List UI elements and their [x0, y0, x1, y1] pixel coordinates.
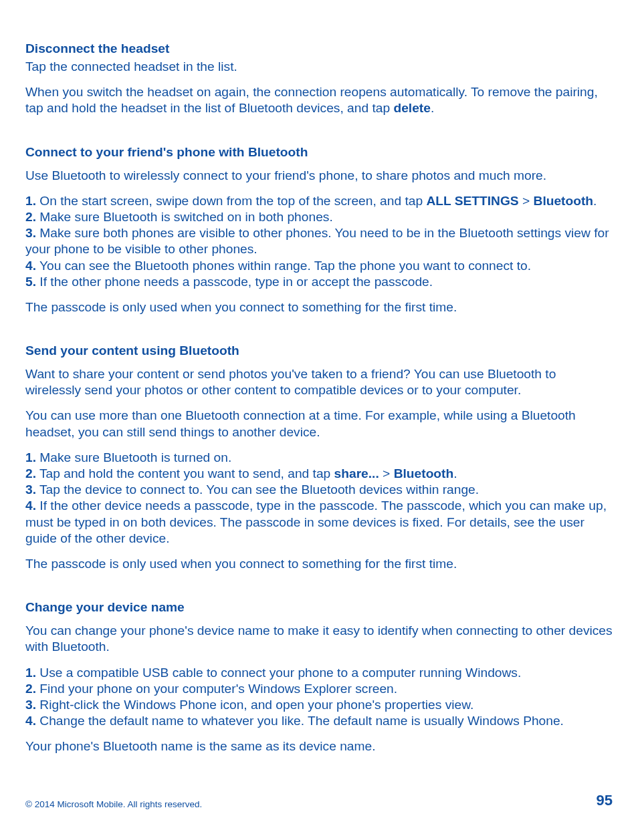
step-number: 2.: [25, 682, 36, 696]
paragraph: The passcode is only used when you conne…: [25, 556, 613, 572]
bold-text-delete: delete: [393, 101, 430, 115]
heading-send-content-bluetooth: Send your content using Bluetooth: [25, 343, 613, 358]
paragraph: You can change your phone's device name …: [25, 623, 613, 655]
step-number: 2.: [25, 210, 36, 224]
text: Find your phone on your computer's Windo…: [36, 682, 397, 696]
paragraph: When you switch the headset on again, th…: [25, 84, 613, 116]
list-item: 1. Make sure Bluetooth is turned on.: [25, 450, 613, 466]
bold-text-bluetooth: Bluetooth: [394, 466, 454, 480]
list-item: 4. Change the default name to whatever y…: [25, 713, 613, 729]
text: >: [519, 194, 534, 208]
copyright-text: © 2014 Microsoft Mobile. All rights rese…: [25, 799, 202, 809]
step-number: 4.: [25, 499, 36, 513]
heading-disconnect-headset: Disconnect the headset: [25, 41, 613, 56]
step-number: 5.: [25, 275, 36, 289]
ordered-list: 1. Use a compatible USB cable to connect…: [25, 665, 613, 730]
heading-change-device-name: Change your device name: [25, 600, 613, 615]
text: You can see the Bluetooth phones within …: [36, 259, 531, 273]
page-footer: © 2014 Microsoft Mobile. All rights rese…: [25, 792, 613, 809]
list-item: 3. Right-click the Windows Phone icon, a…: [25, 697, 613, 713]
step-number: 4.: [25, 714, 36, 728]
step-number: 1.: [25, 194, 36, 208]
text: Make sure both phones are visible to oth…: [25, 226, 609, 256]
ordered-list: 1. Make sure Bluetooth is turned on. 2. …: [25, 450, 613, 547]
text: >: [379, 466, 394, 480]
step-number: 2.: [25, 466, 36, 480]
bold-text-all-settings: ALL SETTINGS: [426, 194, 518, 208]
heading-connect-friends-phone: Connect to your friend's phone with Blue…: [25, 145, 613, 160]
step-number: 1.: [25, 450, 36, 464]
text: When you switch the headset on again, th…: [25, 85, 598, 115]
page-number: 95: [597, 792, 613, 809]
paragraph: Use Bluetooth to wirelessly connect to y…: [25, 168, 613, 184]
list-item: 4. You can see the Bluetooth phones with…: [25, 258, 613, 274]
text: Right-click the Windows Phone icon, and …: [36, 698, 473, 712]
text: .: [593, 194, 597, 208]
bold-text-bluetooth: Bluetooth: [534, 194, 594, 208]
paragraph: Want to share your content or send photo…: [25, 366, 613, 398]
list-item: 1. Use a compatible USB cable to connect…: [25, 665, 613, 681]
text: If the other phone needs a passcode, typ…: [36, 275, 433, 289]
list-item: 3. Tap the device to connect to. You can…: [25, 482, 613, 498]
bold-text-share: share...: [334, 466, 379, 480]
paragraph: You can use more than one Bluetooth conn…: [25, 408, 613, 440]
text: Change the default name to whatever you …: [36, 714, 564, 728]
text: .: [431, 101, 434, 115]
text: Make sure Bluetooth is switched on in bo…: [36, 210, 333, 224]
list-item: 5. If the other phone needs a passcode, …: [25, 274, 613, 290]
text: On the start screen, swipe down from the…: [36, 194, 426, 208]
step-number: 1.: [25, 666, 36, 680]
step-number: 3.: [25, 698, 36, 712]
document-page: Disconnect the headset Tap the connected…: [0, 0, 638, 840]
text: Use a compatible USB cable to connect yo…: [36, 666, 521, 680]
text: Tap the device to connect to. You can se…: [36, 482, 479, 497]
paragraph: Tap the connected headset in the list.: [25, 59, 613, 75]
paragraph: Your phone's Bluetooth name is the same …: [25, 738, 613, 754]
ordered-list: 1. On the start screen, swipe down from …: [25, 193, 613, 290]
list-item: 2. Find your phone on your computer's Wi…: [25, 681, 613, 697]
list-item: 2. Tap and hold the content you want to …: [25, 466, 613, 482]
list-item: 1. On the start screen, swipe down from …: [25, 193, 613, 209]
step-number: 3.: [25, 226, 36, 240]
list-item: 4. If the other device needs a passcode,…: [25, 498, 613, 547]
paragraph: The passcode is only used when you conne…: [25, 299, 613, 315]
text: If the other device needs a passcode, ty…: [25, 499, 607, 545]
text: .: [453, 466, 457, 480]
text: Tap and hold the content you want to sen…: [36, 466, 334, 480]
list-item: 2. Make sure Bluetooth is switched on in…: [25, 209, 613, 225]
list-item: 3. Make sure both phones are visible to …: [25, 225, 613, 257]
step-number: 4.: [25, 259, 36, 273]
step-number: 3.: [25, 482, 36, 497]
text: Make sure Bluetooth is turned on.: [36, 450, 231, 464]
